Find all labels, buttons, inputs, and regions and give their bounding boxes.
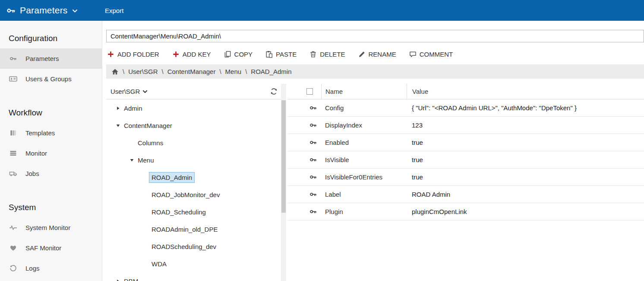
breadcrumb-separator: \ [245,68,247,75]
app-title: Parameters [20,5,68,16]
tree-node-dbm[interactable]: DBM [106,272,281,281]
table-header-check-cell [287,84,321,99]
sidebar-item-label: Templates [25,129,55,137]
refresh-icon[interactable] [270,88,278,95]
row-icon-cell [287,191,321,198]
sidebar-item-monitor[interactable]: Monitor [0,143,102,163]
select-all-checkbox[interactable] [306,88,313,95]
param-value: true [407,173,644,181]
pencil-icon [358,51,366,58]
sidebar-item-label: Users & Groups [25,75,72,83]
toolbar-rename-button[interactable]: RENAME [358,51,396,58]
table-header: Name Value [287,84,644,99]
toolbar-button-label: ADD FOLDER [117,51,159,58]
toolbar-add-key-button[interactable]: ADD KEY [172,51,211,58]
toolbar-button-label: COMMENT [420,51,453,58]
toolbar-delete-button[interactable]: DELETE [309,51,345,58]
param-row-config[interactable]: Config{ "Url": "<ROAD Admin URL>", "Auth… [287,99,644,117]
toolbar-button-label: COPY [234,51,253,58]
param-name: IsVisible [321,156,407,163]
tree-scrollbar[interactable] [281,84,286,281]
chevron-down-icon [142,89,148,94]
tree-node-road-admin[interactable]: ROAD_Admin [106,169,281,186]
tree-node-roadscheduling-dev[interactable]: ROADScheduling_dev [106,238,281,255]
sidebar-item-label: System Monitor [25,224,70,231]
tree-root-label: User\SGR [110,88,140,95]
collapse-icon[interactable] [128,158,135,163]
toolbar-copy-button[interactable]: COPY [224,51,253,58]
sidebar-item-label: Parameters [25,55,59,62]
param-name: IsVisibleFor0Entries [321,173,407,181]
expand-icon[interactable] [114,106,121,111]
sidebar-item-templates[interactable]: Templates [0,123,102,143]
toolbar-paste-button[interactable]: PASTE [265,51,297,58]
tree-node-road-scheduling[interactable]: ROAD_Scheduling [106,203,281,220]
sidebar-item-users-groups[interactable]: Users & Groups [0,69,102,89]
param-row-isvisible[interactable]: IsVisibletrue [287,151,644,169]
key-icon [9,55,19,63]
key-icon [309,173,317,181]
tree-node-label: ROAD_Admin [149,172,195,183]
key-icon [309,139,317,146]
breadcrumb-segment-road-admin[interactable]: ROAD_Admin [251,68,291,75]
sidebar-item-parameters[interactable]: Parameters [0,48,102,69]
tree-node-label: ROAD_Scheduling [149,207,208,217]
param-row-isvisiblefor0entries[interactable]: IsVisibleFor0Entriestrue [287,169,644,186]
path-row [106,30,644,42]
param-value: pluginCmOpenLink [407,208,644,215]
param-row-enabled[interactable]: Enabledtrue [287,134,644,151]
toolbar-comment-button[interactable]: COMMENT [409,51,453,58]
sidebar-item-logs[interactable]: Logs [0,258,102,278]
param-row-displayindex[interactable]: DisplayIndex123 [287,117,644,134]
shell: ConfigurationParametersUsers & GroupsWor… [0,21,644,281]
toolbar-button-label: DELETE [320,51,345,58]
param-name: Enabled [321,139,407,146]
heart-icon [9,244,19,252]
expand-icon[interactable] [114,279,121,281]
tree-node-label: WDA [149,259,169,269]
param-name: DisplayIndex [321,121,407,129]
key-icon [309,208,317,215]
param-value: true [407,156,644,163]
breadcrumb-segment-user-sgr[interactable]: User\SGR [128,68,158,75]
toolbar-add-folder-button[interactable]: ADD FOLDER [107,51,159,58]
breadcrumb-separator: \ [219,68,221,75]
column-header-value[interactable]: Value [407,84,644,99]
plus-icon [107,51,114,58]
tree-node-menu[interactable]: Menu [106,151,281,169]
breadcrumb-separator: \ [123,68,124,75]
breadcrumb-segment-menu[interactable]: Menu [225,68,242,75]
toolbar: ADD FOLDERADD KEYCOPYPASTEDELETERENAMECO… [107,48,644,60]
sidebar-item-saf-monitor[interactable]: SAF Monitor [0,238,102,258]
sidebar-heading-system: System [9,203,102,212]
tree-node-roadadmin-old-dpe[interactable]: ROADAdmin_old_DPE [106,220,281,238]
param-row-label[interactable]: LabelROAD Admin [287,186,644,203]
app-title-menu[interactable]: Parameters [0,5,102,16]
breadcrumb-segment-contentmanager[interactable]: ContentManager [167,68,216,75]
scrollbar-thumb[interactable] [281,100,286,213]
sidebar-item-jobs[interactable]: Jobs [0,163,102,184]
param-row-plugin[interactable]: PluginpluginCmOpenLink [287,203,644,220]
history-icon [9,265,19,272]
sidebar-item-system-monitor[interactable]: System Monitor [0,217,102,238]
collapse-icon[interactable] [114,123,121,128]
export-menu-item[interactable]: Export [102,7,126,14]
tree-node-label: DBM [121,276,141,281]
tree-node-columns[interactable]: Columns [106,134,281,151]
path-input[interactable] [106,30,644,42]
column-header-name[interactable]: Name [321,84,407,99]
jobs-icon [9,170,19,178]
home-icon[interactable] [111,68,119,75]
tree-rows: AdminContentManagerColumnsMenuROAD_Admin… [106,99,281,281]
param-name: Plugin [321,208,407,215]
tree-node-road-jobmonitor-dev[interactable]: ROAD_JobMonitor_dev [106,186,281,203]
tree-panel: User\SGR AdminContentManagerColumnsMenuR… [106,84,281,281]
tree-node-contentmanager[interactable]: ContentManager [106,117,281,134]
row-icon-cell [287,104,321,112]
param-value: true [407,139,644,146]
plus-icon [172,51,180,58]
tree-root-selector[interactable]: User\SGR [110,88,148,95]
row-icon-cell [287,121,321,129]
tree-node-wda[interactable]: WDA [106,255,281,272]
tree-node-admin[interactable]: Admin [106,99,281,117]
